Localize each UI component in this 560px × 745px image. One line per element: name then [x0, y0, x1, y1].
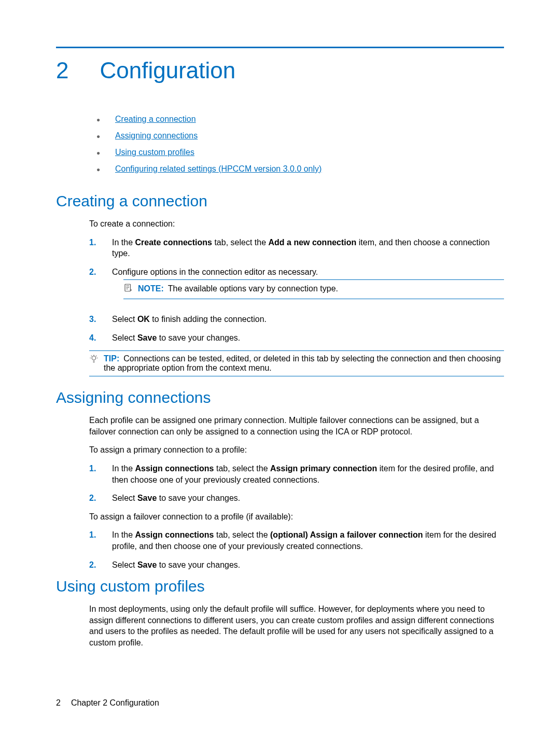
toc-link-custom[interactable]: Using custom profiles — [115, 148, 194, 157]
step-item: 1. In the Assign connections tab, select… — [89, 463, 504, 485]
page-number: 2 — [56, 698, 61, 708]
footer-label: Chapter 2 Configuration — [71, 698, 159, 708]
page-footer: 2 Chapter 2 Configuration — [56, 698, 159, 708]
callout-rule — [89, 376, 504, 376]
section-heading-creating: Creating a connection — [56, 192, 504, 210]
section3-body: In most deployments, using only the defa… — [89, 603, 504, 648]
step-item: 3. Select OK to finish adding the connec… — [89, 314, 504, 325]
callout-rule — [123, 299, 504, 299]
note-text: NOTE:The available options vary by conne… — [138, 283, 504, 294]
step-number: 1. — [89, 463, 112, 485]
chapter-number: 2 — [56, 58, 68, 83]
step-item: 2. Select Save to save your changes. — [89, 559, 504, 571]
toc-item: ●Configuring related settings (HPCCM ver… — [96, 164, 504, 175]
note-icon — [123, 283, 138, 296]
bullet-icon: ● — [96, 115, 115, 125]
intro-text: Each profile can be assigned one primary… — [89, 415, 504, 437]
chapter-heading: 2 Configuration — [56, 58, 504, 83]
step-number: 2. — [89, 493, 112, 504]
step-number: 1. — [89, 237, 112, 259]
bullet-icon: ● — [96, 164, 115, 175]
step-text: Select Save to save your changes. — [112, 493, 504, 504]
step-text: In the Assign connections tab, select th… — [112, 529, 504, 552]
section-heading-custom: Using custom profiles — [56, 578, 504, 595]
steps-list: 1. In the Assign connections tab, select… — [89, 529, 504, 570]
svg-rect-0 — [125, 285, 131, 292]
toc: ●Creating a connection ●Assigning connec… — [96, 115, 504, 175]
step-text: In the Assign connections tab, select th… — [112, 463, 504, 485]
step-item: 1. In the Assign connections tab, select… — [89, 529, 504, 552]
tip-icon — [89, 354, 104, 366]
step-number: 1. — [89, 529, 112, 552]
tip-callout: TIP:Connections can be tested, edited, o… — [89, 350, 504, 376]
steps-list: 1. In the Assign connections tab, select… — [89, 463, 504, 504]
step-text: In the Create connections tab, select th… — [112, 237, 504, 259]
step-number: 3. — [89, 314, 112, 325]
sub-intro: To assign a failover connection to a pro… — [89, 511, 504, 523]
intro-text: To create a connection: — [89, 218, 504, 230]
page: 2 Configuration ●Creating a connection ●… — [0, 0, 560, 745]
chapter-title: Configuration — [100, 58, 235, 83]
svg-point-1 — [92, 356, 96, 360]
toc-item: ●Using custom profiles — [96, 148, 504, 158]
step-item: 2. Configure options in the connection e… — [89, 266, 504, 306]
section-heading-assigning: Assigning connections — [56, 389, 504, 406]
toc-link-configuring[interactable]: Configuring related settings (HPCCM vers… — [115, 164, 321, 174]
toc-item: ●Creating a connection — [96, 115, 504, 125]
steps-list: 1. In the Create connections tab, select… — [89, 237, 504, 344]
note-callout: NOTE:The available options vary by conne… — [123, 279, 504, 299]
body-text: In most deployments, using only the defa… — [89, 603, 504, 648]
toc-link-assigning[interactable]: Assigning connections — [115, 131, 198, 140]
bullet-icon: ● — [96, 131, 115, 142]
tip-text: TIP:Connections can be tested, edited, o… — [104, 354, 504, 373]
bullet-icon: ● — [96, 148, 115, 158]
section2-body: Each profile can be assigned one primary… — [89, 415, 504, 570]
step-text: Select OK to finish adding the connectio… — [112, 314, 504, 325]
step-item: 4. Select Save to save your changes. — [89, 332, 504, 344]
step-text: Select Save to save your changes. — [112, 332, 504, 344]
step-text: Configure options in the connection edit… — [112, 266, 504, 306]
step-number: 2. — [89, 559, 112, 571]
toc-link-creating[interactable]: Creating a connection — [115, 115, 196, 124]
step-text: Select Save to save your changes. — [112, 559, 504, 571]
step-item: 1. In the Create connections tab, select… — [89, 237, 504, 259]
step-number: 4. — [89, 332, 112, 344]
step-number: 2. — [89, 266, 112, 306]
title-rule — [56, 47, 504, 48]
step-item: 2. Select Save to save your changes. — [89, 493, 504, 504]
section1-body: To create a connection: 1. In the Create… — [89, 218, 504, 343]
toc-item: ●Assigning connections — [96, 131, 504, 142]
sub-intro: To assign a primary connection to a prof… — [89, 444, 504, 456]
